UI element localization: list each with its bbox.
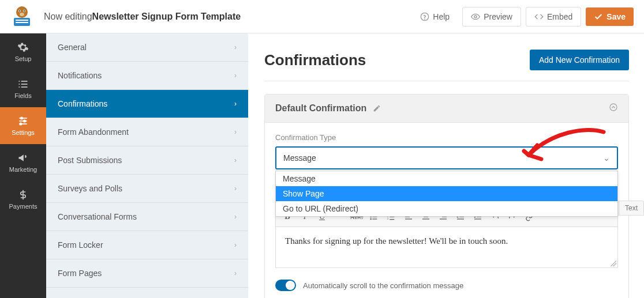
subpanel-conversational-forms[interactable]: Conversational Forms› (46, 203, 248, 231)
help-button[interactable]: Help (412, 7, 458, 26)
chevron-right-icon: › (234, 269, 237, 277)
collapse-icon[interactable] (609, 103, 618, 114)
auto-scroll-toggle[interactable] (275, 280, 296, 291)
embed-label: Embed (547, 12, 572, 21)
check-icon (594, 12, 603, 21)
select-value: Message (283, 153, 316, 163)
svg-text:3: 3 (387, 217, 389, 220)
subpanel-confirmations[interactable]: Confirmations› (46, 90, 248, 118)
help-icon (420, 12, 429, 21)
subpanel-item-label: Form Locker (58, 240, 103, 250)
sliders-icon (17, 115, 29, 127)
add-confirmation-button[interactable]: Add New Confirmation (530, 50, 629, 70)
preview-label: Preview (484, 12, 512, 21)
page-heading: Confirmations (264, 51, 366, 69)
save-label: Save (606, 12, 626, 21)
topbar: Now editing Newsletter Signup Form Templ… (0, 0, 644, 33)
option-go-to-url[interactable]: Go to URL (Redirect) (276, 201, 617, 216)
svg-point-10 (425, 18, 425, 19)
subpanel-item-label: Post Submissions (58, 156, 122, 165)
chevron-right-icon: › (234, 128, 237, 136)
settings-subpanel[interactable]: General› Notifications› Confirmations› F… (46, 33, 248, 298)
select-dropdown: Message Show Page Go to URL (Redirect) (275, 171, 618, 217)
svg-rect-7 (16, 20, 28, 21)
embed-button[interactable]: Embed (526, 7, 581, 27)
svg-point-11 (474, 16, 477, 18)
pencil-icon[interactable] (372, 104, 381, 113)
rail-settings[interactable]: Settings (0, 107, 46, 144)
confirmation-type-select[interactable]: Message ⌄ (275, 146, 618, 169)
chevron-right-icon: › (234, 184, 237, 193)
subpanel-general[interactable]: General› (46, 33, 248, 62)
chevron-right-icon: › (234, 241, 237, 249)
svg-point-19 (21, 117, 23, 119)
auto-scroll-label: Automatically scroll to the confirmation… (303, 281, 463, 290)
message-editor[interactable]: Thanks for signing up for the newsletter… (275, 227, 618, 268)
tab-text[interactable]: Text (619, 201, 644, 216)
subpanel-item-label: Notifications (58, 71, 102, 80)
gear-icon (17, 42, 29, 53)
save-button[interactable]: Save (586, 7, 634, 26)
dollar-icon (17, 189, 29, 201)
rail-fields-label: Fields (14, 92, 31, 99)
subpanel-item-label: Conversational Forms (58, 212, 137, 221)
title-prefix: Now editing (44, 12, 92, 22)
svg-rect-37 (390, 219, 394, 220)
subpanel-notifications[interactable]: Notifications› (46, 62, 248, 90)
preview-button[interactable]: Preview (462, 7, 521, 27)
option-show-page[interactable]: Show Page (276, 186, 617, 201)
svg-point-5 (20, 13, 24, 16)
chevron-down-icon: ⌄ (603, 153, 610, 163)
rail-marketing[interactable]: Marketing (0, 144, 46, 181)
card-header: Default Confirmation (265, 95, 628, 123)
confirmation-card: Default Confirmation Confirmation Type M… (264, 94, 629, 298)
code-icon (534, 12, 544, 21)
svg-rect-8 (16, 22, 28, 23)
subpanel-post-submissions[interactable]: Post Submissions› (46, 146, 248, 175)
rail-fields[interactable]: Fields (0, 70, 46, 107)
eye-icon (471, 12, 480, 21)
svg-point-4 (24, 10, 25, 12)
svg-point-3 (19, 10, 20, 12)
option-message[interactable]: Message (276, 171, 617, 186)
chevron-right-icon: › (234, 100, 237, 108)
chevron-right-icon: › (234, 43, 237, 51)
rail-setup[interactable]: Setup (0, 33, 46, 70)
list-icon (17, 78, 29, 90)
subpanel-item-label: Confirmations (58, 99, 107, 108)
subpanel-item-label: Form Pages (58, 269, 102, 278)
card-title: Default Confirmation (275, 103, 366, 114)
confirmation-type-label: Confirmation Type (275, 133, 618, 142)
subpanel-item-label: Surveys and Polls (58, 184, 122, 193)
bullhorn-icon (17, 152, 29, 164)
rail-settings-label: Settings (12, 129, 35, 136)
help-label: Help (433, 12, 450, 21)
title-form-name: Newsletter Signup Form Template (92, 12, 241, 22)
rail-payments[interactable]: Payments (0, 181, 46, 218)
subpanel-surveys-polls[interactable]: Surveys and Polls› (46, 175, 248, 203)
svg-point-30 (370, 218, 372, 220)
svg-rect-31 (372, 218, 377, 219)
main-panel: Confirmations Add New Confirmation Defau… (248, 33, 644, 298)
svg-point-23 (20, 123, 21, 125)
rail-setup-label: Setup (15, 55, 32, 62)
subpanel-form-locker[interactable]: Form Locker› (46, 231, 248, 259)
subpanel-form-abandonment[interactable]: Form Abandonment› (46, 118, 248, 146)
icon-rail: Setup Fields Settings Marketing Payments (0, 33, 46, 298)
rail-payments-label: Payments (9, 203, 38, 210)
subpanel-item-label: Form Abandonment (58, 127, 129, 137)
chevron-right-icon: › (234, 213, 237, 221)
chevron-right-icon: › (234, 71, 237, 80)
svg-point-25 (610, 104, 617, 111)
chevron-right-icon: › (234, 156, 237, 164)
app-logo (10, 5, 33, 28)
subpanel-form-pages[interactable]: Form Pages› (46, 259, 248, 288)
svg-point-21 (24, 120, 25, 122)
subpanel-item-label: General (58, 43, 87, 52)
subpanel-webhooks[interactable]: Webhooks› (46, 288, 248, 298)
rail-marketing-label: Marketing (9, 166, 37, 173)
